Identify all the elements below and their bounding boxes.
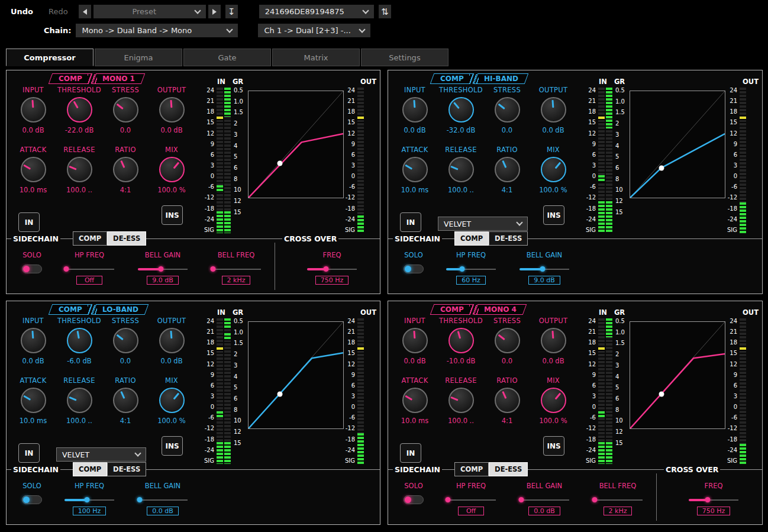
knob[interactable] [541, 97, 566, 122]
chain-dropdown[interactable]: Mono -> Dual Band -> Mono [76, 24, 238, 37]
knob[interactable] [21, 157, 46, 182]
ins-button[interactable]: INS [162, 205, 183, 225]
slider-handle[interactable] [592, 497, 598, 502]
undo-button[interactable]: Undo [11, 7, 33, 16]
redo-button[interactable]: Redo [49, 7, 68, 16]
tab-compressor[interactable]: Compressor [6, 49, 93, 66]
knob[interactable] [448, 157, 474, 182]
knob[interactable] [448, 328, 474, 353]
slider-track[interactable] [138, 266, 188, 272]
knob[interactable] [402, 157, 428, 182]
knob[interactable] [113, 157, 138, 182]
velvet-select[interactable]: VELVET [56, 447, 146, 462]
solo-toggle[interactable] [404, 495, 424, 504]
tab-gate[interactable]: Gate [183, 49, 271, 66]
slider-track[interactable] [446, 266, 496, 272]
solo-toggle[interactable] [404, 265, 424, 273]
import-preset-button[interactable]: ↧ [225, 5, 238, 18]
in-button[interactable]: IN [400, 212, 421, 232]
knob[interactable] [541, 388, 566, 413]
slider-track[interactable] [519, 497, 569, 502]
slider-track[interactable] [64, 497, 114, 502]
knob[interactable] [67, 328, 92, 353]
sidechain-tab-comp[interactable]: COMP [73, 462, 107, 476]
knob[interactable] [21, 328, 46, 353]
slider-handle[interactable] [64, 266, 69, 272]
knob[interactable] [402, 328, 428, 353]
sidechain-tab-comp[interactable]: COMP [73, 231, 107, 246]
in-button[interactable]: IN [18, 443, 40, 463]
slider-handle[interactable] [323, 266, 328, 272]
sidechain-tab-de-ess[interactable]: DE-ESS [489, 231, 528, 246]
slider-handle[interactable] [705, 497, 710, 502]
slider-handle[interactable] [540, 266, 546, 272]
solo-toggle[interactable] [22, 265, 42, 273]
preset-id-dropdown[interactable]: 241696DE89194875 [259, 5, 374, 18]
knob[interactable] [495, 388, 520, 413]
preset-dropdown[interactable]: Preset [93, 5, 206, 18]
knob[interactable] [113, 328, 138, 353]
tab-settings[interactable]: Settings [361, 49, 448, 66]
threshold-dot[interactable] [659, 392, 664, 397]
slider-track[interactable] [211, 266, 261, 272]
knob[interactable] [113, 97, 138, 122]
slider-track[interactable] [593, 497, 643, 502]
sidechain-tab-comp[interactable]: COMP [454, 231, 489, 246]
slider-handle[interactable] [159, 266, 164, 272]
routing-dropdown[interactable]: Ch 1 -> Dual [2+3] -... [258, 24, 370, 37]
preset-prev-button[interactable] [79, 5, 91, 18]
solo-toggle[interactable] [22, 495, 42, 504]
tab-bar: CompressorEnigmaGateMatrixSettings [6, 49, 768, 66]
meter-header: IN GR [217, 308, 246, 317]
slider-handle[interactable] [446, 497, 451, 502]
velvet-select[interactable]: VELVET [438, 217, 528, 231]
knob[interactable] [67, 388, 92, 413]
slider-track[interactable] [64, 266, 114, 272]
knob[interactable] [159, 388, 185, 413]
slider-track[interactable] [138, 497, 188, 502]
slider-handle[interactable] [211, 266, 216, 272]
sidechain-tab-de-ess[interactable]: DE-ESS [107, 231, 146, 246]
knob[interactable] [448, 97, 474, 122]
knob[interactable] [159, 97, 185, 122]
in-button[interactable]: IN [400, 443, 421, 463]
in-button[interactable]: IN [18, 212, 40, 232]
tab-matrix[interactable]: Matrix [272, 49, 360, 66]
knob-value: 4:1 [120, 186, 131, 194]
slider-handle[interactable] [519, 497, 524, 502]
threshold-dot[interactable] [277, 161, 282, 166]
knob[interactable] [541, 328, 566, 353]
sidechain-tab-de-ess[interactable]: DE-ESS [107, 462, 146, 476]
knob[interactable] [21, 388, 46, 413]
freq-slider[interactable] [689, 497, 738, 502]
knob[interactable] [448, 388, 474, 413]
slider-handle[interactable] [84, 497, 89, 502]
freq-slider[interactable] [307, 266, 357, 272]
knob[interactable] [21, 97, 46, 122]
threshold-dot[interactable] [277, 392, 282, 397]
sidechain-tab-comp[interactable]: COMP [454, 462, 489, 476]
knob[interactable] [495, 97, 520, 122]
preset-next-button[interactable] [208, 5, 221, 18]
slider-track[interactable] [519, 266, 569, 272]
knob[interactable] [159, 157, 185, 182]
knob[interactable] [495, 328, 520, 353]
knob[interactable] [159, 328, 185, 353]
tab-enigma[interactable]: Enigma [95, 49, 182, 66]
ins-button[interactable]: INS [162, 436, 183, 456]
knob[interactable] [67, 157, 92, 182]
sidechain-tab-de-ess[interactable]: DE-ESS [489, 462, 528, 476]
ins-button[interactable]: INS [543, 436, 564, 456]
slider-handle[interactable] [459, 266, 464, 272]
ab-swap-button[interactable]: ⇅ [379, 5, 391, 18]
knob[interactable] [402, 97, 428, 122]
slider-track[interactable] [446, 497, 496, 502]
knob[interactable] [541, 157, 566, 182]
knob[interactable] [402, 388, 428, 413]
ins-button[interactable]: INS [543, 205, 564, 225]
knob[interactable] [67, 97, 92, 122]
knob[interactable] [495, 157, 520, 182]
slider-handle[interactable] [137, 497, 143, 502]
threshold-dot[interactable] [659, 165, 664, 170]
knob[interactable] [113, 388, 138, 413]
